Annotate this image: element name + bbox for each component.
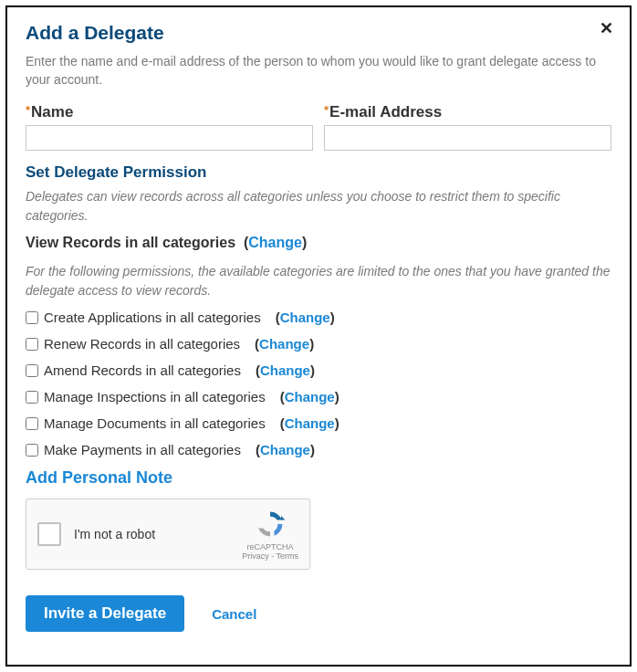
- perm-row-payments: Make Payments in all categories (Change): [26, 442, 611, 457]
- modal-title: Add a Delegate: [26, 22, 611, 44]
- name-label-text: Name: [31, 103, 73, 121]
- intro-text: Enter the name and e-mail address of the…: [26, 53, 611, 89]
- form-row: *Name *E-mail Address: [26, 103, 611, 151]
- perm-label: Make Payments in all categories: [44, 442, 241, 457]
- cancel-link[interactable]: Cancel: [212, 606, 256, 622]
- add-personal-note-link[interactable]: Add Personal Note: [26, 468, 611, 488]
- perm-checkbox-payments[interactable]: [26, 444, 38, 457]
- perm-label: Manage Inspections in all categories: [44, 389, 266, 404]
- perm-change-link[interactable]: Change: [260, 362, 310, 378]
- permissions-help1: Delegates can view records across all ca…: [26, 187, 611, 226]
- email-label: *E-mail Address: [324, 103, 611, 121]
- perm-checkbox-inspections[interactable]: [26, 391, 38, 404]
- recaptcha-brand-text: reCAPTCHA: [247, 542, 294, 551]
- recaptcha-widget: I'm not a robot reCAPTCHA Privacy - Term…: [26, 499, 310, 570]
- perm-change-link[interactable]: Change: [280, 310, 330, 325]
- recaptcha-label: I'm not a robot: [74, 527, 242, 541]
- perm-checkbox-create[interactable]: [26, 311, 38, 324]
- view-change-link[interactable]: Change: [248, 235, 302, 250]
- perm-row-create: Create Applications in all categories (C…: [26, 310, 611, 325]
- permissions-heading: Set Delegate Permission: [26, 163, 611, 182]
- perm-label: Renew Records in all categories: [44, 336, 240, 352]
- perm-row-renew: Renew Records in all categories (Change): [26, 336, 611, 352]
- recaptcha-icon: [254, 508, 287, 541]
- perm-change-link[interactable]: Change: [260, 442, 310, 457]
- name-input[interactable]: [26, 125, 313, 151]
- svg-marker-0: [281, 516, 286, 520]
- perm-row-documents: Manage Documents in all categories (Chan…: [26, 415, 611, 431]
- email-input[interactable]: [324, 125, 611, 151]
- perm-change-link[interactable]: Change: [285, 415, 335, 431]
- perm-label: Amend Records in all categories: [44, 362, 241, 378]
- button-row: Invite a Delegate Cancel: [26, 595, 611, 632]
- perm-label: Create Applications in all categories: [44, 310, 261, 325]
- close-icon[interactable]: ✕: [600, 20, 613, 37]
- permissions-help2: For the following permissions, the avail…: [26, 262, 611, 300]
- perm-row-inspections: Manage Inspections in all categories (Ch…: [26, 389, 611, 404]
- recaptcha-legal-text: Privacy - Terms: [242, 551, 298, 561]
- perm-label: Manage Documents in all categories: [44, 415, 266, 431]
- invite-delegate-button[interactable]: Invite a Delegate: [26, 595, 184, 632]
- perm-checkbox-documents[interactable]: [26, 417, 38, 430]
- perm-checkbox-amend[interactable]: [26, 364, 38, 377]
- recaptcha-checkbox[interactable]: [37, 522, 61, 546]
- perm-checkbox-renew[interactable]: [26, 338, 38, 351]
- view-records-label: View Records in all categories: [26, 235, 235, 250]
- recaptcha-branding: reCAPTCHA Privacy - Terms: [242, 508, 298, 561]
- perm-change-link[interactable]: Change: [259, 336, 309, 352]
- view-records-line: View Records in all categories (Change): [26, 235, 611, 251]
- name-label: *Name: [26, 103, 313, 121]
- email-label-text: E-mail Address: [329, 103, 442, 121]
- perm-row-amend: Amend Records in all categories (Change): [26, 362, 611, 378]
- perm-change-link[interactable]: Change: [285, 389, 335, 404]
- add-delegate-modal: ✕ Add a Delegate Enter the name and e-ma…: [5, 5, 632, 667]
